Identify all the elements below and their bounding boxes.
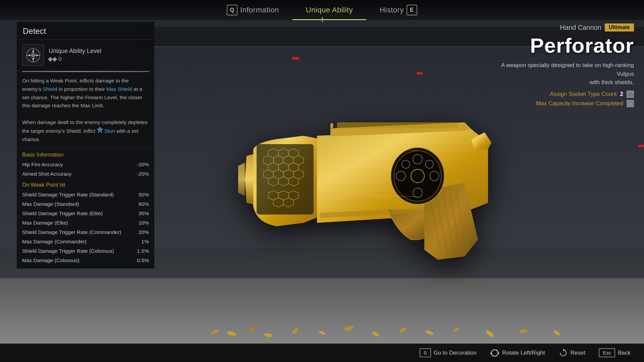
shield-link[interactable]: Shield bbox=[43, 86, 57, 92]
diamond-icon bbox=[49, 58, 56, 61]
stat-max-colossus: Max Damage (Colossus) 0.5% bbox=[17, 256, 154, 265]
svg-rect-71 bbox=[629, 101, 631, 103]
ability-level-value: 0 bbox=[58, 56, 61, 63]
rarity-badge: Ultimate bbox=[605, 23, 634, 32]
weapon-name: Perforator bbox=[493, 34, 634, 57]
cursor-indicator bbox=[322, 17, 323, 22]
desc-text-2: in proportion to their bbox=[57, 86, 106, 92]
stat-shield-commander: Shield Damage Trigger Rate (Commander) 2… bbox=[17, 228, 154, 237]
stat-label: Shield Damage Trigger Rate (Elite) bbox=[22, 210, 103, 217]
stat-value: -20% bbox=[137, 162, 149, 168]
diamond-2 bbox=[52, 57, 57, 62]
tab-information-label: Information bbox=[240, 6, 279, 14]
svg-marker-77 bbox=[563, 349, 565, 351]
stat-label: Max Damage (Standard) bbox=[22, 201, 79, 207]
ability-icon bbox=[22, 44, 44, 66]
capacity-row: Max Capacity Increase Completed bbox=[536, 100, 634, 107]
stat-shield-standard: Shield Damage Trigger Rate (Standard) 50… bbox=[17, 190, 154, 199]
stat-max-commander: Max Damage (Commander) 1% bbox=[17, 237, 154, 246]
action-rotate-label: Rotate Left/Right bbox=[502, 350, 545, 356]
stat-aimed-shot: Aimed Shot Accuracy -20% bbox=[17, 169, 154, 179]
capacity-label: Max Capacity Increase Completed bbox=[536, 100, 623, 107]
stat-value: 50% bbox=[139, 192, 149, 198]
action-reset-label: Reset bbox=[571, 350, 585, 356]
svg-rect-69 bbox=[631, 92, 632, 94]
tab-unique-ability-label: Unique Ability bbox=[306, 6, 353, 14]
nav-key-q: Q bbox=[227, 5, 237, 15]
weapon-type-row: Hand Cannon Ultimate bbox=[493, 23, 634, 32]
action-back: Esc Back bbox=[599, 348, 631, 357]
stat-label: Max Damage (Elite) bbox=[22, 220, 68, 226]
max-shield-link[interactable]: Max Shield bbox=[106, 86, 132, 92]
stat-max-elite: Max Damage (Elite) 10% bbox=[17, 218, 154, 228]
socket-icon bbox=[627, 90, 634, 98]
tab-unique-ability[interactable]: Unique Ability bbox=[292, 0, 366, 20]
stat-value: 10% bbox=[139, 220, 149, 226]
stat-value: 1.5% bbox=[137, 248, 149, 254]
key-s: S bbox=[420, 348, 431, 357]
action-back-label: Back bbox=[618, 350, 631, 356]
ability-info: Unique Ability Level 0 bbox=[49, 48, 101, 63]
reset-icon bbox=[558, 348, 568, 358]
socket-count: 2 bbox=[620, 91, 623, 98]
rotate-icon bbox=[490, 348, 499, 358]
stat-label: Shield Damage Trigger Rate (Colossus) bbox=[22, 248, 114, 254]
tab-history-label: History bbox=[380, 6, 404, 14]
nav-key-e: E bbox=[407, 5, 417, 15]
stat-hip-fire: Hip Fire Accuracy -20% bbox=[17, 160, 154, 169]
stat-shield-elite: Shield Damage Trigger Rate (Elite) 35% bbox=[17, 209, 154, 218]
left-panel: Detect Unique Ability Level bbox=[17, 22, 154, 268]
tab-information[interactable]: Q Information bbox=[213, 0, 292, 20]
weapon-type: Hand Cannon bbox=[560, 24, 601, 32]
socket-row: Assign Socket Type Count 2 bbox=[536, 90, 634, 98]
socket-label: Assign Socket Type Count bbox=[550, 91, 616, 98]
stat-shield-colossus: Shield Damage Trigger Rate (Colossus) 1.… bbox=[17, 246, 154, 256]
basic-info-header: Basic Information bbox=[17, 148, 154, 160]
key-esc: Esc bbox=[599, 348, 615, 357]
action-rotate: Rotate Left/Right bbox=[490, 348, 545, 358]
action-reset: Reset bbox=[558, 348, 585, 358]
gun-display bbox=[141, 44, 634, 335]
ability-description: On hitting a Weak Point, inflicts damage… bbox=[17, 72, 154, 148]
action-decoration-label: Go to Decoration bbox=[434, 350, 477, 356]
svg-rect-14 bbox=[257, 144, 314, 215]
stat-label: Aimed Shot Accuracy bbox=[22, 171, 71, 177]
stat-value: 1% bbox=[142, 239, 149, 245]
bottom-bar: S Go to Decoration Rotate Left/Right Res… bbox=[0, 344, 644, 362]
svg-rect-68 bbox=[629, 92, 630, 94]
ability-level: 0 bbox=[49, 56, 101, 63]
stat-label: Hip Fire Accuracy bbox=[22, 162, 63, 168]
stat-label: Shield Damage Trigger Rate (Standard) bbox=[22, 192, 114, 198]
action-decoration: S Go to Decoration bbox=[420, 348, 477, 357]
weak-point-header: On Weak Point hit bbox=[17, 179, 154, 190]
stat-value: 60% bbox=[139, 201, 149, 207]
stat-value: 20% bbox=[139, 229, 149, 235]
top-nav: Q Information Unique Ability History E bbox=[0, 0, 644, 20]
svg-rect-53 bbox=[461, 123, 466, 128]
stun-icon-group bbox=[97, 127, 103, 133]
panel-title: Detect bbox=[17, 22, 154, 40]
svg-rect-52 bbox=[330, 123, 333, 128]
red-light bbox=[638, 145, 644, 147]
ability-level-row: Unique Ability Level 0 bbox=[17, 40, 154, 71]
stat-label: Max Damage (Commander) bbox=[22, 239, 87, 245]
stat-max-standard: Max Damage (Standard) 60% bbox=[17, 199, 154, 209]
stun-link[interactable]: Stun bbox=[104, 128, 115, 134]
stat-label: Shield Damage Trigger Rate (Commander) bbox=[22, 229, 121, 235]
right-info: Hand Cannon Ultimate Perforator A weapon… bbox=[493, 23, 634, 87]
ability-title: Unique Ability Level bbox=[49, 48, 101, 55]
stat-value: 35% bbox=[139, 210, 149, 217]
svg-rect-67 bbox=[628, 93, 633, 97]
tab-history[interactable]: History E bbox=[366, 0, 431, 20]
capacity-icon bbox=[627, 100, 634, 107]
stat-value: 0.5% bbox=[137, 257, 149, 263]
stat-label: Max Damage (Colossus) bbox=[22, 257, 79, 263]
stat-value: -20% bbox=[137, 171, 149, 177]
svg-rect-37 bbox=[337, 122, 458, 128]
svg-point-44 bbox=[394, 151, 441, 201]
weapon-description: A weapon specially designed to take on h… bbox=[493, 61, 634, 87]
socket-info: Assign Socket Type Count 2 Max Capacity … bbox=[536, 90, 634, 109]
